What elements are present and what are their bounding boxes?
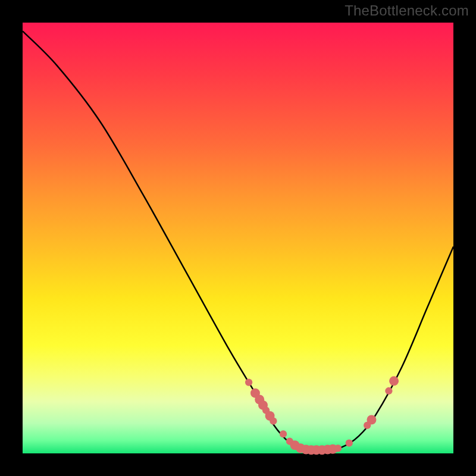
curve-marker [389,376,399,386]
curve-marker [346,439,353,446]
attribution-text: TheBottleneck.com [345,2,469,19]
curve-marker [385,387,392,394]
curve-marker [280,430,287,437]
plot-svg [23,23,453,453]
plot-area [23,23,453,453]
curve-marker [270,418,277,425]
curve-marker [245,378,252,386]
curve-marker [334,444,342,452]
chart-outer: TheBottleneck.com [0,0,476,476]
curve-marker [367,415,376,425]
